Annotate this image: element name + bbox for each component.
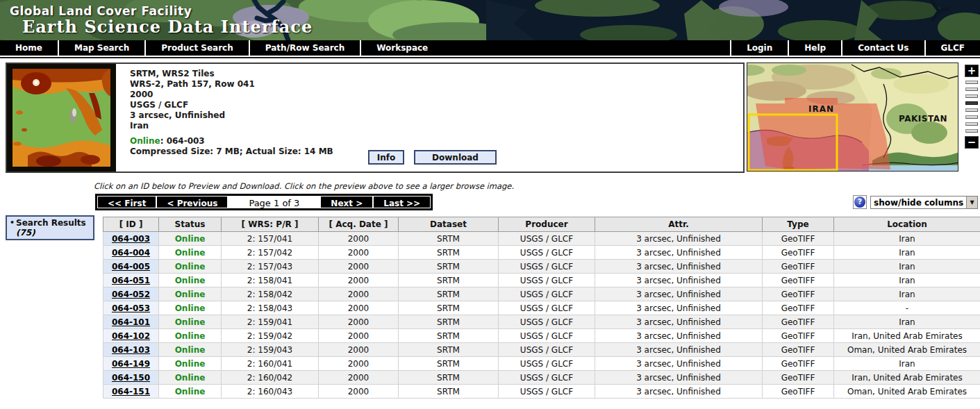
nav-item-login[interactable]: Login <box>730 40 788 56</box>
cell-date: 2000 <box>319 274 399 287</box>
cell-dataset: SRTM <box>399 246 499 260</box>
cell-id: 064-102 <box>103 329 159 343</box>
nav-item-path-row-search[interactable]: Path/Row Search <box>250 40 361 56</box>
srtm-thumbnail-image <box>7 64 116 172</box>
cell-producer: USGS / GLCF <box>499 343 595 357</box>
zoom-out-button[interactable]: − <box>965 136 979 149</box>
cell-location: Oman, United Arab Emirates <box>834 385 980 399</box>
cell-status: Online <box>159 343 222 357</box>
cell-dataset: SRTM <box>399 315 499 329</box>
cell-attr: 3 arcsec, Unfinished <box>595 232 763 246</box>
table-row: 064-151Online2: 160/0432000SRTMUSGS / GL… <box>103 385 980 399</box>
id-link[interactable]: 064-149 <box>112 359 150 369</box>
column-header-attr: Attr. <box>595 217 763 232</box>
last-page-button[interactable]: Last >> <box>374 197 430 208</box>
map-zoom-control: + − <box>964 65 979 149</box>
first-page-button[interactable]: << First <box>98 197 156 208</box>
preview-panel: SRTM, WRS2 Tiles WRS-2, Path 157, Row 04… <box>6 62 745 173</box>
cell-producer: USGS / GLCF <box>499 274 595 287</box>
id-link[interactable]: 064-003 <box>112 234 150 244</box>
download-button[interactable]: Download <box>414 150 497 165</box>
cell-status: Online <box>159 246 222 260</box>
chevron-down-icon[interactable]: ▼ <box>966 197 977 208</box>
cell-location: Iran <box>834 357 980 371</box>
bullet-icon: • <box>10 218 15 227</box>
cell-dataset: SRTM <box>399 385 499 399</box>
cell-producer: USGS / GLCF <box>499 232 595 246</box>
column-header-status: Status <box>159 217 222 232</box>
zoom-level-bar[interactable] <box>965 94 978 98</box>
zoom-level-bar[interactable] <box>965 115 978 119</box>
id-link[interactable]: 064-103 <box>112 345 150 355</box>
cell-status: Online <box>159 260 222 274</box>
cell-wrs: 2: 157/041 <box>222 232 319 246</box>
table-row: 064-150Online2: 160/0422000SRTMUSGS / GL… <box>103 371 980 385</box>
main-nav: HomeMap SearchProduct SearchPath/Row Sea… <box>0 40 980 56</box>
cell-location: Oman, United Arab Emirates <box>834 343 980 357</box>
cell-id: 064-151 <box>103 385 159 399</box>
preview-thumbnail[interactable] <box>7 64 116 172</box>
nav-item-help[interactable]: Help <box>788 40 841 56</box>
zoom-in-button[interactable]: + <box>965 65 979 77</box>
info-button[interactable]: Info <box>368 150 404 165</box>
cell-dataset: SRTM <box>399 260 499 274</box>
cell-location: Iran, United Arab Emirates <box>834 329 980 343</box>
cell-type: GeoTIFF <box>763 343 834 357</box>
zoom-level-bar[interactable] <box>965 129 978 133</box>
nav-item-glcf[interactable]: GLCF <box>924 40 980 56</box>
online-status: Online <box>130 136 160 146</box>
cell-status: Online <box>159 371 222 385</box>
zoom-level-bar[interactable] <box>965 87 978 91</box>
cell-wrs: 2: 158/041 <box>222 274 319 287</box>
id-link[interactable]: 064-004 <box>112 248 150 258</box>
cell-wrs: 2: 159/043 <box>222 343 319 357</box>
locator-map[interactable]: IRAN PAKISTAN <box>747 62 958 172</box>
table-row: 064-004Online2: 157/0422000SRTMUSGS / GL… <box>103 246 980 260</box>
cell-date: 2000 <box>319 260 399 274</box>
help-button[interactable]: ? <box>853 195 867 209</box>
cell-attr: 3 arcsec, Unfinished <box>595 343 763 357</box>
id-link[interactable]: 064-101 <box>112 317 150 327</box>
cell-attr: 3 arcsec, Unfinished <box>595 371 763 385</box>
detail-line: 3 arcsec, Unfinished <box>130 110 333 121</box>
zoom-level-bar[interactable] <box>965 108 978 112</box>
cell-id: 064-149 <box>103 357 159 371</box>
cell-attr: 3 arcsec, Unfinished <box>595 287 763 301</box>
locator-map-image: IRAN PAKISTAN <box>747 63 958 172</box>
zoom-slider <box>965 81 978 133</box>
id-link[interactable]: 064-052 <box>112 290 150 299</box>
cell-date: 2000 <box>319 343 399 357</box>
next-page-button[interactable]: Next > <box>321 197 372 208</box>
nav-item-product-search[interactable]: Product Search <box>146 40 250 56</box>
cell-producer: USGS / GLCF <box>499 371 595 385</box>
nav-item-home[interactable]: Home <box>0 40 59 56</box>
cell-wrs: 2: 159/042 <box>222 329 319 343</box>
cell-producer: USGS / GLCF <box>499 287 595 301</box>
id-link[interactable]: 064-102 <box>112 331 150 341</box>
id-link[interactable]: 064-151 <box>112 387 150 397</box>
cell-type: GeoTIFF <box>763 385 834 399</box>
cell-type: GeoTIFF <box>763 287 834 301</box>
cell-producer: USGS / GLCF <box>499 357 595 371</box>
id-link[interactable]: 064-005 <box>112 262 150 272</box>
nav-item-workspace[interactable]: Workspace <box>361 40 443 56</box>
previous-page-button[interactable]: < Previous <box>157 197 227 208</box>
detail-line: WRS-2, Path 157, Row 041 <box>130 79 333 90</box>
cell-attr: 3 arcsec, Unfinished <box>595 260 763 274</box>
id-link[interactable]: 064-150 <box>112 373 150 383</box>
cell-date: 2000 <box>319 287 399 301</box>
table-row: 064-102Online2: 159/0422000SRTMUSGS / GL… <box>103 329 980 343</box>
show-hide-columns-dropdown[interactable]: show/hide columns ▼ <box>870 196 978 209</box>
cell-location: Iran, United Arab Emirates <box>834 371 980 385</box>
cell-date: 2000 <box>319 246 399 260</box>
zoom-level-bar[interactable] <box>965 81 978 84</box>
zoom-level-bar[interactable] <box>965 122 978 126</box>
id-link[interactable]: 064-053 <box>112 303 150 313</box>
nav-item-map-search[interactable]: Map Search <box>59 40 146 56</box>
id-link[interactable]: 064-051 <box>112 276 150 285</box>
column-header-type: Type <box>763 217 834 232</box>
banner-titles: Global Land Cover Facility Earth Science… <box>10 4 313 37</box>
zoom-level-bar[interactable] <box>965 101 978 105</box>
table-row: 064-101Online2: 159/0412000SRTMUSGS / GL… <box>103 315 980 329</box>
nav-item-contact-us[interactable]: Contact Us <box>841 40 924 56</box>
